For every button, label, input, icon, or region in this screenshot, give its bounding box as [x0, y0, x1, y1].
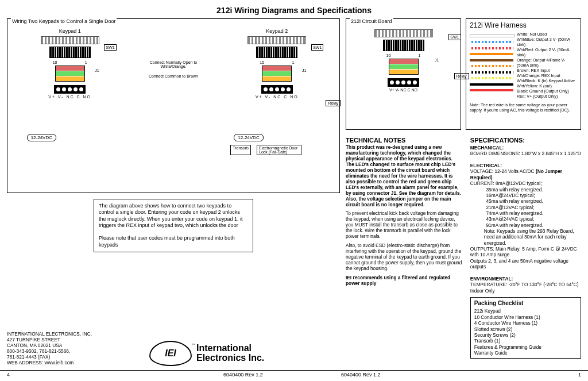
relay-label-2: Relay: [326, 100, 341, 106]
j1-label-cb: J1: [435, 58, 439, 62]
logo-abbrev: IEI: [165, 348, 176, 359]
packing-items: 212i Keypad 10 Conductor Wire Harness (1…: [474, 308, 577, 356]
sw1-label: SW1: [104, 44, 116, 51]
j1-label: J1: [95, 68, 99, 72]
footer: 4 6040400 Rev 1.2 6040400 Rev 1.2 1: [0, 370, 588, 378]
spec-env-h: ENVIRONMENTAL:: [470, 276, 581, 282]
num-10b: 10: [260, 60, 264, 64]
sw1-label-2: SW1: [311, 44, 323, 51]
spec-out: OUTPUTS: Main Relay: 5 Amp, Form C @ 24V…: [470, 246, 581, 270]
footer-page-right: 1: [578, 372, 581, 378]
tech-p4: IEI recommends using a filtered and regu…: [346, 275, 462, 287]
logo-icon: IEI ™: [149, 341, 192, 366]
logo-text-2: Electronics Inc.: [196, 353, 264, 363]
page-title: 212i Wiring Diagrams and Specifications: [0, 6, 588, 15]
company-address: INTERNATIONAL ELECTRONICS, INC. 427 TURN…: [7, 332, 92, 366]
logo-text-1: International: [196, 344, 264, 353]
spec-mech: BOARD DIMENSIONS: 1.80"W x 2.845"H x 1.1…: [470, 151, 581, 156]
explain-p1: The diagram above shows how to connect t…: [99, 203, 248, 229]
tech-p2: To prevent electrical kick back voltage …: [346, 211, 462, 240]
packing-title: Packing Checklist: [474, 300, 577, 307]
harness-text-list: White: Not UsedWht/Blue: Output 3 V- (50…: [517, 32, 577, 99]
vdc-tag-2: 12-24VDC: [234, 134, 263, 141]
note-normally-open: Connect Normally Open to White/Orange.: [145, 60, 202, 68]
footer-rev-right: 6040400 Rev 1.2: [341, 372, 381, 378]
tm-icon: ™: [192, 343, 195, 347]
sw1-label-cb: SW1: [448, 34, 461, 40]
vdc-tag-1: 12-24VDC: [27, 134, 56, 141]
keypad2-label: Keypad 2: [234, 28, 320, 34]
num-1: 1: [85, 60, 87, 64]
harness-color-lines: [470, 32, 513, 94]
spec-heading: SPECIFICATIONS:: [470, 137, 581, 144]
tech-p3: Also, to avoid ESD (electro-static disch…: [346, 243, 462, 272]
tech-heading: TECHNICAL NOTES: [346, 137, 462, 144]
term-labels-1: V+ V- NC C NO: [27, 95, 113, 99]
num-1c: 1: [419, 53, 421, 57]
circuit-box-title: 212i Circuit Board: [350, 18, 393, 24]
wiring-box-title: Wiring Two Keypads to Control a Single D…: [11, 18, 117, 24]
spec-volt: VOLTAGE: 12-24 Volts AC/DC (No Jumper Re…: [470, 168, 581, 180]
spec-curr-lines: 35ma with relay energized. 16mA@24VDC ty…: [470, 187, 581, 229]
explain-p2: Please note that user codes must be prog…: [99, 235, 248, 248]
spec-curr: CURRENT: 8mA@12VDC typical;: [470, 180, 581, 186]
tech-p1: This product was re-designed using a new…: [346, 145, 462, 207]
num-1b: 1: [292, 60, 294, 64]
keypad2-diagram: SW1 J1 101 V+ V- NC C NO Relay: [234, 36, 320, 122]
spec-elec-h: ELECTRICAL:: [470, 163, 581, 168]
logo-block: IEI ™ International Electronics Inc.: [149, 341, 264, 366]
j1-label-2: J1: [302, 68, 306, 72]
keypad1-diagram: SW1 J1 101 V+ V- NC C NO: [27, 36, 113, 122]
transorb-label: Transorb: [230, 145, 251, 155]
circuit-board-box: 212i Circuit Board SW1 J1 101 V+ V- NC C…: [346, 18, 461, 130]
num-10c: 10: [386, 53, 391, 57]
footer-page-left: 4: [7, 372, 10, 378]
explanation-box: The diagram above shows how to connect t…: [94, 199, 253, 252]
keypad1-label: Keypad 1: [27, 28, 113, 34]
spec-mech-h: MECHANICAL:: [470, 145, 581, 151]
wire-harness-box: 212i Wire Harness White: Not UsedWht/Blu…: [466, 18, 581, 130]
term-labels-2: V+ V- NC C NO: [234, 95, 320, 99]
emlock-label: Electromagnetic Door Lock (Fail-Safe): [257, 145, 301, 155]
harness-title: 212i Wire Harness: [470, 21, 577, 29]
spec-note: Note: Keypads using the 293 Relay Board,…: [484, 228, 581, 246]
num-10: 10: [53, 60, 57, 64]
spec-env: TEMPERATURE: -20°F TO 130°F (-28°C TO 54…: [470, 282, 581, 294]
note-common: Connect Common to Brown: [145, 74, 202, 78]
footer-rev-left: 6040400 Rev 1.2: [223, 372, 263, 378]
packing-box: Packing Checklist 212i Keypad 10 Conduct…: [470, 297, 581, 359]
wiring-diagram-box: Wiring Two Keypads to Control a Single D…: [7, 18, 340, 193]
harness-note: Note: The red wire is the same voltage a…: [470, 102, 577, 113]
cb-term-labels: V+ V- NC C NO: [358, 88, 450, 92]
